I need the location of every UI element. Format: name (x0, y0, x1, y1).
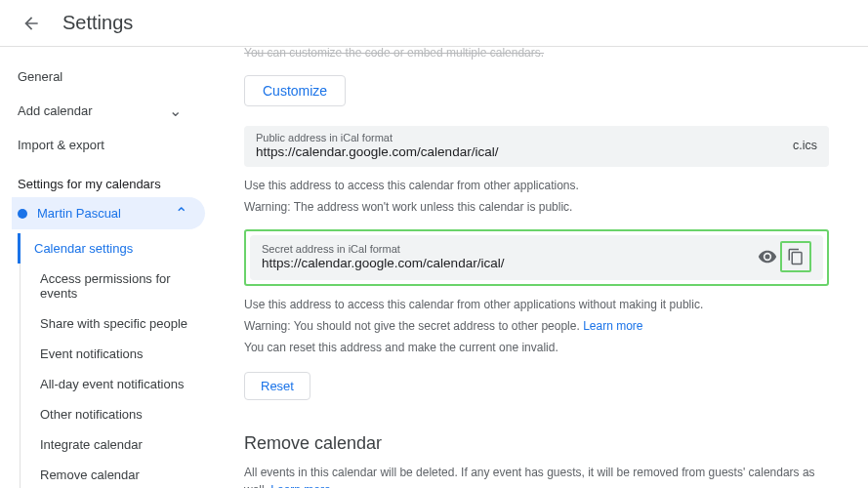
sidebar-sub-other-notifications[interactable]: Other notifications (34, 399, 205, 429)
secret-address-highlight: Secret address in iCal format https://ca… (244, 229, 829, 286)
public-address-value: https://calendar.google.com/calendar/ica… (256, 143, 783, 159)
sidebar-item-import-export[interactable]: Import & export (18, 129, 205, 161)
chevron-down-icon: ⌄ (169, 102, 182, 120)
sidebar-sub-access-permissions[interactable]: Access permissions for events (34, 264, 205, 308)
remove-desc-line: All events in this calendar will be dele… (244, 464, 829, 488)
visibility-icon[interactable] (755, 244, 780, 269)
page-title: Settings (62, 12, 133, 34)
back-arrow-icon[interactable] (20, 12, 43, 35)
public-address-label: Public address in iCal format (256, 132, 783, 143)
secret-address-field[interactable]: Secret address in iCal format https://ca… (250, 235, 823, 280)
sidebar-item-label: Add calendar (18, 103, 93, 118)
truncated-text: You can customize the code or embed mult… (244, 47, 829, 60)
copy-icon[interactable] (783, 244, 808, 269)
sidebar-item-add-calendar[interactable]: Add calendar ⌄ (18, 93, 205, 129)
calendar-color-dot (18, 209, 27, 219)
secret-learn-more-link[interactable]: Learn more (583, 319, 642, 333)
content: General Add calendar ⌄ Import & export S… (0, 47, 868, 488)
header: Settings (0, 0, 868, 47)
sidebar-sub-allday-notifications[interactable]: All-day event notifications (34, 369, 205, 399)
sidebar-sublist: Calendar settings Access permissions for… (20, 233, 205, 488)
secret-address-label: Secret address in iCal format (262, 243, 755, 255)
sidebar-item-general[interactable]: General (18, 61, 205, 93)
sidebar: General Add calendar ⌄ Import & export S… (0, 47, 205, 488)
sidebar-sub-remove[interactable]: Remove calendar (34, 460, 205, 488)
secret-warning-line: Warning: You should not give the secret … (244, 317, 829, 335)
secret-help-text: Use this address to access this calendar… (244, 296, 829, 313)
customize-button[interactable]: Customize (244, 75, 346, 106)
sidebar-sub-calendar-settings[interactable]: Calendar settings (18, 233, 205, 264)
public-warning-text: Warning: The address won't work unless t… (244, 198, 829, 216)
sidebar-sub-share-specific[interactable]: Share with specific people (34, 308, 205, 339)
sidebar-sub-event-notifications[interactable]: Event notifications (34, 339, 205, 369)
reset-button[interactable]: Reset (244, 372, 310, 400)
copy-button-highlight (780, 241, 811, 272)
public-address-ext: c.ics (783, 139, 817, 152)
remove-calendar-heading: Remove calendar (244, 433, 829, 454)
calendar-name: Martin Pascual (37, 206, 175, 221)
main-panel: You can customize the code or embed mult… (205, 47, 868, 488)
secret-address-value: https://calendar.google.com/calendar/ica… (262, 255, 755, 270)
sidebar-section-label: Settings for my calendars (18, 161, 205, 197)
secret-reset-info: You can reset this address and make the … (244, 339, 829, 356)
public-address-field[interactable]: Public address in iCal format https://ca… (244, 126, 829, 167)
remove-learn-more-link[interactable]: Learn more (270, 483, 330, 488)
sidebar-sub-integrate[interactable]: Integrate calendar (34, 429, 205, 460)
secret-warning-text: Warning: You should not give the secret … (244, 319, 583, 333)
public-help-text: Use this address to access this calendar… (244, 177, 829, 194)
sidebar-calendar-selected[interactable]: Martin Pascual ⌃ (12, 197, 205, 229)
chevron-up-icon: ⌃ (175, 204, 187, 223)
